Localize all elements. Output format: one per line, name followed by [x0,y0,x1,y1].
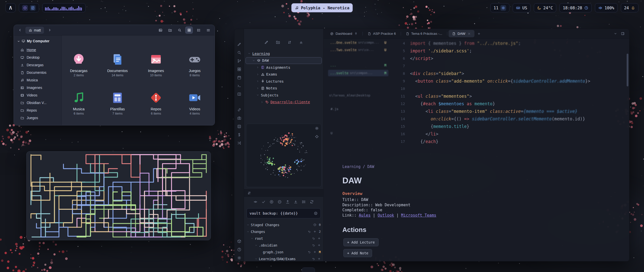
clock-pill[interactable]: 18:08:28 [559,3,592,12]
git-row-learning-daw-exams[interactable]: Learning/DAW/Exams [246,255,322,261]
chevron-down-icon[interactable] [255,257,258,260]
tree-item-daw[interactable]: DAW [246,57,322,64]
list-view-icon[interactable] [195,26,203,34]
new-folder-icon[interactable] [276,40,280,45]
tree-item-subjects[interactable]: Subjects [246,92,322,99]
tree-item-notes[interactable]: Notes [246,85,322,92]
pull-icon[interactable] [294,200,298,204]
chevron-right-icon[interactable] [260,100,264,104]
sidebar-item-repos[interactable]: Repos [14,107,61,114]
folder-videos[interactable]: Videos4 items [177,87,213,124]
toggle-sidebar-icon[interactable] [621,32,625,36]
push-icon[interactable] [286,200,290,204]
power-icon[interactable] [22,5,28,11]
chevron-down-icon[interactable] [252,59,255,62]
tree-item-desarrollo-cliente[interactable]: Desarrollo-Cliente [246,99,322,106]
git-row-changes[interactable]: Changes2 [246,228,322,235]
graph-focus-icon[interactable] [315,134,319,139]
panel-switcher-icon[interactable] [247,191,251,195]
scrollbar[interactable] [627,54,628,86]
unstage-all-icon[interactable] [277,200,282,204]
stage-icon[interactable] [313,230,316,233]
sidebar-item-descargas[interactable]: Descargas [14,61,61,69]
menu-icon[interactable] [204,26,212,34]
discard-icon[interactable] [312,244,315,247]
git-row-staged-changes[interactable]: Staged Changes0 [246,221,322,228]
stage-icon[interactable] [317,244,321,247]
sidebar-item-obsidian-v[interactable]: Obsidian V... [14,99,61,107]
notifications-pill[interactable]: 24 [621,3,638,12]
refresh-icon[interactable] [310,200,314,204]
sidebar-item-documentos[interactable]: Documentos [14,69,61,76]
volume-pill[interactable]: 100% [595,3,618,12]
folder-imagenes[interactable]: Imagenes10 items [138,49,174,86]
sidebar-item-musica[interactable]: Musica [14,76,61,84]
tab-asp-practice-6[interactable]: ASP Practice 6 [364,30,399,37]
workspaces-pill[interactable]: 11 [490,3,509,12]
chevron-down-icon[interactable] [248,52,251,55]
dollar-icon[interactable] [237,132,242,137]
git-row-graph-json[interactable]: graph.jsonM [246,249,322,255]
search-icon[interactable] [237,50,242,55]
screenshot-icon[interactable] [156,26,164,34]
check-icon[interactable] [261,200,266,204]
help-icon[interactable] [237,247,242,252]
chevron-right-icon[interactable] [256,80,259,83]
book-icon[interactable] [237,92,242,96]
note-breadcrumb[interactable]: Learning / DAW [342,164,374,169]
tab-tema-6-pr-cticas[interactable]: Tema 6 Prácticas -... [402,30,446,37]
tree-item-lectures[interactable]: Lectures [246,78,322,85]
new-tab-icon[interactable] [476,30,482,37]
tab-list-icon[interactable] [614,32,617,36]
new-note-icon[interactable] [237,42,242,47]
folder-musica[interactable]: Musica6 items [61,87,97,124]
new-note-icon[interactable] [264,40,269,45]
stage-all-icon[interactable] [269,200,274,204]
git-row-obsidian[interactable]: .obsidian [246,242,322,249]
forward-button[interactable] [46,27,53,34]
sidebar-header[interactable]: My Computer [14,38,61,44]
unstage-all-icon[interactable] [313,223,316,226]
sidebar-item-desktop[interactable]: Desktop [14,54,61,61]
dock-handle[interactable] [302,267,315,272]
folder-juegos[interactable]: Juegos8 items [177,49,213,86]
close-tab-icon[interactable] [467,32,471,36]
action-button-add-note[interactable]: + Add Note [343,249,372,257]
camera-icon[interactable] [237,116,242,120]
commit-icon[interactable] [253,200,258,204]
git-branch-icon[interactable] [237,59,242,63]
breadcrumb[interactable]: matt [25,27,44,34]
canvas-icon[interactable] [237,67,242,72]
graph-settings-icon[interactable] [315,126,319,130]
stage-icon[interactable] [317,257,321,260]
back-button[interactable] [16,27,23,34]
sidebar-item-juegos[interactable]: Juegos [14,114,61,122]
folder-documentos[interactable]: Documentos14 items [100,49,135,86]
commit-message-input[interactable]: vault backup: {{date}} [247,208,321,218]
sidebar-item-videos[interactable]: Videos [14,91,61,99]
now-playing-pill[interactable]: Polyphia - Neurotica [291,3,353,12]
link-icon[interactable] [237,108,242,112]
sidebar-item-imagenes[interactable]: Imagenes [14,84,61,91]
tree-item-assignments[interactable]: Assignments [246,64,322,71]
weather-pill[interactable]: 24°C [534,3,556,12]
dice-icon[interactable] [237,124,242,129]
git-row-root[interactable]: root [246,235,322,242]
sort-icon[interactable] [287,40,292,45]
notes-icon[interactable] [30,5,36,11]
launcher-button[interactable]: Λ [6,3,16,12]
folder-plantillas[interactable]: Plantillas7 items [100,87,135,124]
chevron-right-icon[interactable] [256,73,259,76]
folder-repos[interactable]: Repos6 items [138,87,174,124]
discard-icon[interactable] [308,250,311,254]
discard-icon[interactable] [312,237,315,240]
collapse-icon[interactable] [299,40,303,45]
calendar-icon[interactable] [237,75,242,80]
settings-icon[interactable] [237,256,242,260]
shuffle-icon[interactable] [237,141,242,145]
tab-dashboard[interactable]: Dashboard [327,30,361,37]
graph-view[interactable] [246,124,321,187]
grid-view-icon[interactable] [185,26,193,34]
link-aules[interactable]: Aules [359,213,371,218]
folder-descargas[interactable]: Descargas2 items [61,49,97,86]
